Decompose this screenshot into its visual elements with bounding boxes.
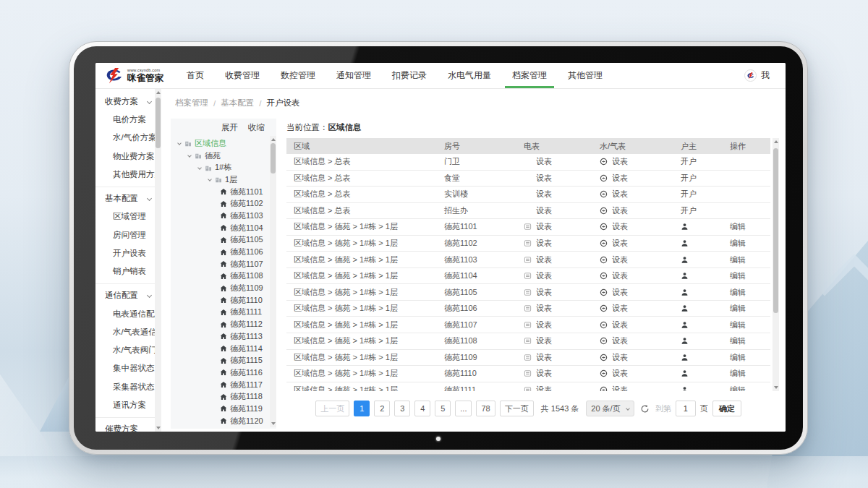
tree-leaf[interactable]: 德苑1118 <box>175 390 268 403</box>
tree-leaf[interactable]: 德苑1105 <box>175 234 268 247</box>
owner-icon[interactable] <box>681 321 689 329</box>
owner-icon[interactable] <box>681 354 689 361</box>
edit-link[interactable]: 编辑 <box>730 335 746 346</box>
set-meter-link[interactable]: 设表 <box>536 385 552 391</box>
tree-leaf[interactable]: 德苑1107 <box>175 258 268 270</box>
page-number-button[interactable]: 5 <box>435 401 451 416</box>
sidebar-item[interactable]: 水/气表阀门配置 <box>95 341 161 359</box>
sidebar-item[interactable]: 开户设表 <box>95 244 161 262</box>
sidebar-item[interactable]: 水/气价方案 <box>95 129 161 147</box>
sidebar-item[interactable]: 采集器状态 <box>95 378 161 396</box>
nav-tab[interactable]: 档案管理 <box>506 63 553 88</box>
set-meter-link[interactable]: 设表 <box>536 368 552 379</box>
nav-tab[interactable]: 扣费记录 <box>386 63 433 88</box>
page-number-button[interactable]: 4 <box>414 401 430 416</box>
nav-tab[interactable]: 首页 <box>181 63 210 88</box>
scroll-up-icon[interactable] <box>156 91 161 94</box>
sidebar-item[interactable]: 区域管理 <box>95 207 161 226</box>
set-meter-link[interactable]: 设表 <box>536 221 552 232</box>
edit-link[interactable]: 编辑 <box>730 303 746 314</box>
set-meter-link[interactable]: 设表 <box>612 385 628 391</box>
set-meter-link[interactable]: 设表 <box>612 352 628 363</box>
user-menu[interactable]: 我 <box>744 69 786 82</box>
sidebar-item[interactable]: 销户销表 <box>95 262 161 281</box>
prev-page-button[interactable]: 上一页 <box>315 401 349 416</box>
refresh-icon[interactable] <box>640 404 650 414</box>
tree-leaf[interactable]: 德苑1101 <box>175 186 268 198</box>
owner-icon[interactable] <box>681 288 689 296</box>
set-meter-link[interactable]: 设表 <box>612 320 628 330</box>
sidebar-item[interactable]: 电价方案 <box>95 111 161 129</box>
edit-link[interactable]: 编辑 <box>730 254 746 265</box>
nav-tab[interactable]: 数控管理 <box>275 63 321 88</box>
edit-link[interactable]: 编辑 <box>730 385 746 391</box>
owner-icon[interactable] <box>681 337 689 345</box>
edit-link[interactable]: 编辑 <box>730 238 746 249</box>
owner-icon[interactable] <box>681 223 689 231</box>
sidebar-item[interactable]: 集中器状态 <box>95 359 161 377</box>
tree-leaf[interactable]: 德苑1114 <box>175 343 268 355</box>
set-meter-link[interactable]: 设表 <box>612 189 628 200</box>
set-meter-link[interactable]: 设表 <box>536 352 552 363</box>
open-account-link[interactable]: 开户 <box>681 205 697 216</box>
sidebar-item[interactable]: 通讯方案 <box>95 396 161 414</box>
page-number-button[interactable]: 3 <box>394 401 410 416</box>
owner-icon[interactable] <box>681 256 689 264</box>
sidebar-section-header[interactable]: 通信配置 <box>95 286 161 304</box>
breadcrumb-item[interactable]: 基本配置 <box>221 98 254 108</box>
edit-link[interactable]: 编辑 <box>730 320 746 330</box>
sidebar-section-header[interactable]: 基本配置 <box>95 189 161 207</box>
breadcrumb-item[interactable]: 档案管理 <box>175 98 208 108</box>
page-number-button[interactable]: 78 <box>476 401 495 416</box>
scroll-up-icon[interactable] <box>271 138 276 141</box>
nav-tab[interactable]: 水电气用量 <box>442 63 497 88</box>
tree-leaf[interactable]: 德苑1111 <box>175 307 268 319</box>
set-meter-link[interactable]: 设表 <box>612 173 628 184</box>
tree-leaf[interactable]: 德苑1102 <box>175 197 268 210</box>
set-meter-link[interactable]: 设表 <box>536 205 552 216</box>
tree-leaf[interactable]: 德苑1116 <box>175 367 268 379</box>
sidebar-item[interactable]: 物业费方案 <box>95 147 161 166</box>
set-meter-link[interactable]: 设表 <box>536 254 552 265</box>
owner-icon[interactable] <box>681 304 689 312</box>
nav-tab[interactable]: 通知管理 <box>331 63 377 88</box>
set-meter-link[interactable]: 设表 <box>612 156 628 167</box>
tree-leaf[interactable]: 德苑1120 <box>175 415 268 427</box>
set-meter-link[interactable]: 设表 <box>536 335 552 346</box>
edit-link[interactable]: 编辑 <box>730 352 746 363</box>
set-meter-link[interactable]: 设表 <box>612 238 628 249</box>
set-meter-link[interactable]: 设表 <box>536 287 552 298</box>
sidebar-section-header[interactable]: 收费方案 <box>95 92 161 111</box>
page-ellipsis[interactable]: ... <box>455 401 472 416</box>
edit-link[interactable]: 编辑 <box>730 221 746 232</box>
next-page-button[interactable]: 下一页 <box>500 401 534 416</box>
set-meter-link[interactable]: 设表 <box>612 287 628 298</box>
set-meter-link[interactable]: 设表 <box>612 368 628 379</box>
edit-link[interactable]: 编辑 <box>730 287 746 298</box>
scroll-down-icon[interactable] <box>156 427 161 429</box>
nav-tab[interactable]: 其他管理 <box>562 63 608 88</box>
tree-scrollbar[interactable] <box>270 136 276 427</box>
set-meter-link[interactable]: 设表 <box>612 205 628 216</box>
open-account-link[interactable]: 开户 <box>681 189 697 200</box>
edit-link[interactable]: 编辑 <box>730 270 746 281</box>
sidebar-item[interactable]: 水/气表通信配置 <box>95 323 161 341</box>
set-meter-link[interactable]: 设表 <box>536 189 552 200</box>
scrollbar-thumb[interactable] <box>271 143 276 174</box>
set-meter-link[interactable]: 设表 <box>612 303 628 314</box>
collapse-all-button[interactable]: 收缩 <box>248 122 265 133</box>
scrollbar-thumb[interactable] <box>773 148 778 313</box>
page-number-button[interactable]: 1 <box>354 401 370 416</box>
scrollbar-thumb[interactable] <box>156 98 161 148</box>
sidebar-item[interactable]: 电表通信配置 <box>95 304 161 322</box>
owner-icon[interactable] <box>681 386 689 391</box>
open-account-link[interactable]: 开户 <box>681 173 697 184</box>
tree-node[interactable]: 区域信息 <box>175 137 268 150</box>
set-meter-link[interactable]: 设表 <box>536 320 552 330</box>
expand-all-button[interactable]: 展开 <box>221 122 238 133</box>
table-scrollbar[interactable] <box>773 138 779 391</box>
open-account-link[interactable]: 开户 <box>681 156 697 167</box>
set-meter-link[interactable]: 设表 <box>536 156 552 167</box>
tree-leaf[interactable]: 德苑1106 <box>175 246 268 258</box>
scroll-up-icon[interactable] <box>774 140 778 143</box>
